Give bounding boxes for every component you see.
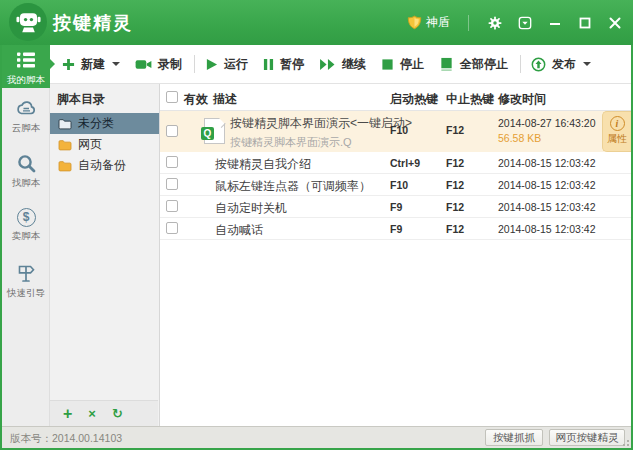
q-badge: Q (201, 127, 214, 140)
pause-icon (263, 58, 274, 71)
select-all-checkbox[interactable] (166, 91, 178, 103)
titlebar-controls: 神盾 (407, 0, 623, 45)
script-title: 自动喊话 (215, 222, 263, 239)
start-hotkey: F9 (390, 223, 402, 235)
row-checkbox[interactable] (166, 178, 178, 190)
app-logo (9, 3, 47, 41)
script-description: 按键精灵脚本界面演示<一键启动> 按键精灵脚本界面演示.Q (230, 115, 412, 150)
column-header-start-hotkey: 启动热键 (390, 91, 438, 108)
row-checkbox[interactable] (166, 200, 178, 212)
close-icon (609, 17, 621, 29)
toolbar: 新建 录制 运行 (50, 45, 631, 84)
publish-icon (531, 57, 546, 72)
add-folder-button[interactable]: + (63, 406, 72, 422)
active-item-arrow (50, 59, 55, 69)
row-checkbox[interactable] (166, 125, 178, 137)
stop-button-label: 停止 (400, 56, 424, 73)
sidebar-item-label: 云脚本 (3, 121, 49, 134)
script-title: 鼠标左键连点器（可调频率） (215, 178, 371, 195)
folder-item-web[interactable]: 网页 (50, 134, 159, 155)
table-row[interactable]: 按键精灵自我介绍 Ctrl+9 F12 2014-08-15 12:03:42 (160, 152, 631, 174)
toolbar-separator (194, 55, 195, 73)
folder-label: 网页 (78, 136, 102, 153)
script-title: 按键精灵自我介绍 (215, 156, 311, 173)
titlebar: 按键精灵 神盾 (0, 0, 633, 45)
sidebar-item-label: 我的脚本 (3, 73, 49, 86)
dollar-glyph: $ (23, 210, 30, 224)
modified-time: 2014-08-15 12:03:42 (498, 179, 596, 191)
folder-item-auto-backup[interactable]: 自动备份 (50, 155, 159, 176)
sidebar-item-quick-guide[interactable]: 快速引导 (2, 258, 50, 308)
start-hotkey: F9 (390, 201, 402, 213)
run-button[interactable]: 运行 (205, 56, 248, 73)
script-title: 自动定时关机 (215, 200, 287, 217)
skin-button[interactable] (517, 15, 533, 31)
new-button[interactable]: 新建 (62, 56, 120, 73)
folder-label: 未分类 (78, 115, 114, 132)
properties-tab-label: 属性 (603, 132, 631, 146)
file-size: 56.58 KB (498, 132, 541, 144)
delete-folder-button[interactable]: × (88, 407, 96, 420)
publish-button-label: 发布 (552, 56, 576, 73)
chevron-down-icon (583, 62, 591, 66)
stop-icon (381, 58, 394, 71)
sidebar-item-find-scripts[interactable]: 找脚本 (2, 148, 50, 198)
script-filename: 按键精灵脚本界面演示.Q (230, 135, 412, 150)
properties-tab[interactable]: i 属性 (602, 111, 631, 152)
row-checkbox[interactable] (166, 156, 178, 168)
shield-button[interactable]: 神盾 (407, 14, 450, 31)
skin-window-icon (518, 16, 532, 30)
key-capture-button[interactable]: 按键抓抓 (485, 429, 543, 446)
modified-time: 2014-08-15 12:03:42 (498, 201, 596, 213)
record-button-label: 录制 (158, 56, 182, 73)
app-title: 按键精灵 (53, 11, 133, 35)
chevron-down-icon (112, 62, 120, 66)
modified-time: 2014-08-15 12:03:42 (498, 157, 596, 169)
abort-hotkey: F12 (446, 223, 464, 235)
table-row[interactable]: 鼠标左键连点器（可调频率） F10 F12 2014-08-15 12:03:4… (160, 174, 631, 196)
abort-hotkey: F12 (446, 157, 464, 169)
resize-grip[interactable] (621, 438, 629, 446)
close-button[interactable] (607, 15, 623, 31)
sidebar-item-label: 卖脚本 (3, 229, 49, 242)
stop-button[interactable]: 停止 (381, 56, 424, 73)
toolbar-separator (520, 55, 521, 73)
start-hotkey: Ctrl+9 (390, 157, 420, 169)
sidebar-item-cloud-scripts[interactable]: 云脚本 (2, 93, 50, 143)
maximize-button[interactable] (577, 15, 593, 31)
web-macro-button[interactable]: 网页按键精灵 (549, 429, 625, 446)
refresh-button[interactable]: ↻ (112, 407, 123, 420)
minimize-button[interactable] (547, 15, 563, 31)
column-header-modified: 修改时间 (498, 91, 546, 108)
sidebar-item-my-scripts[interactable]: 我的脚本 (2, 45, 50, 88)
abort-hotkey: F12 (446, 179, 464, 191)
plus-icon (62, 58, 75, 71)
titlebar-separator (468, 15, 469, 31)
start-hotkey: F10 (390, 124, 408, 136)
sidebar-item-label: 快速引导 (3, 286, 49, 299)
modified-time: 2014-08-27 16:43:20 (498, 117, 596, 129)
folder-item-uncategorized[interactable]: 未分类 (50, 113, 159, 134)
record-button[interactable]: 录制 (135, 56, 182, 73)
resume-button[interactable]: 继续 (319, 56, 366, 73)
resume-button-label: 继续 (342, 56, 366, 73)
folder-label: 自动备份 (78, 157, 126, 174)
table-row[interactable]: 自动喊话 F9 F12 2014-08-15 12:03:42 (160, 218, 631, 240)
table-row[interactable]: Q 按键精灵脚本界面演示<一键启动> 按键精灵脚本界面演示.Q F10 F12 … (160, 111, 631, 152)
script-directory-panel: 脚本目录 未分类 网页 (50, 84, 160, 426)
row-checkbox[interactable] (166, 222, 178, 234)
sidebar-item-sell-scripts[interactable]: $ 卖脚本 (2, 203, 50, 253)
pause-button[interactable]: 暂停 (263, 56, 304, 73)
publish-button[interactable]: 发布 (531, 56, 591, 73)
settings-button[interactable] (487, 15, 503, 31)
modified-time: 2014-08-15 12:03:42 (498, 223, 596, 235)
minimize-icon (549, 17, 561, 29)
column-header-valid: 有效 (184, 91, 208, 108)
info-icon: i (610, 116, 625, 131)
play-icon (205, 58, 218, 71)
sidebar-item-label: 找脚本 (3, 176, 49, 189)
stop-all-button[interactable]: 全部停止 (439, 56, 508, 73)
script-title: 按键精灵脚本界面演示<一键启动> (230, 115, 412, 132)
gear-icon (488, 16, 502, 30)
table-row[interactable]: 自动定时关机 F9 F12 2014-08-15 12:03:42 (160, 196, 631, 218)
